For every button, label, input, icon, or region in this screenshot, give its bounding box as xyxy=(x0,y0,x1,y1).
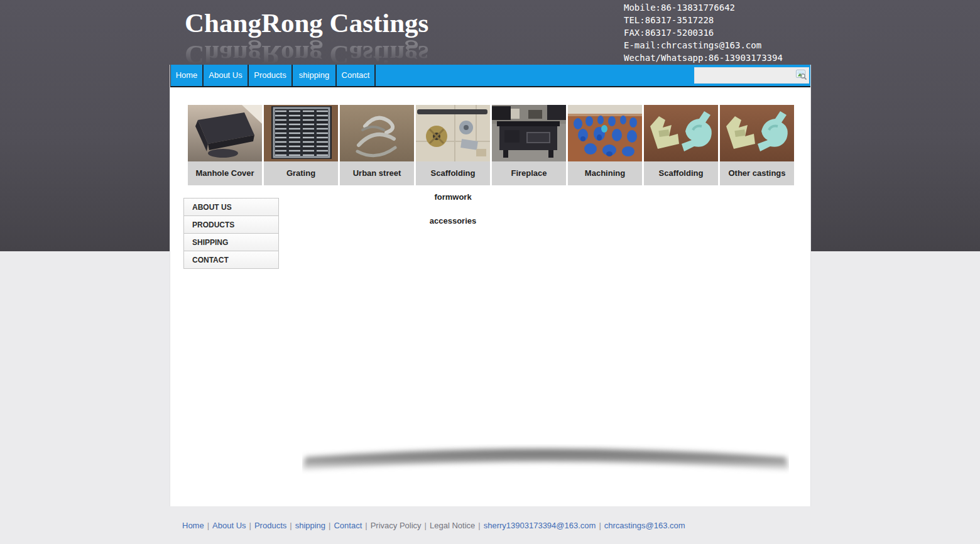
content-column: Home About Us Products shipping Contact xyxy=(170,65,811,506)
footer-separator: | xyxy=(365,521,367,530)
footer: Home|About Us|Products|shipping|Contact|… xyxy=(182,521,685,530)
footer-separator: | xyxy=(478,521,480,530)
footer-link-shipping[interactable]: shipping xyxy=(295,521,325,530)
product-caption: Urban street xyxy=(340,161,414,185)
products-row: Manhole Cover xyxy=(188,105,794,185)
contact-line-fax: FAX:86317-5200316 xyxy=(624,26,783,39)
sidebar-item-products[interactable]: PRODUCTS xyxy=(183,215,279,234)
footer-link-email-sherry[interactable]: sherry13903173394@163.com xyxy=(484,521,596,530)
footer-link-home[interactable]: Home xyxy=(182,521,204,530)
footer-link-products[interactable]: Products xyxy=(254,521,286,530)
nav-item-products[interactable]: Products xyxy=(249,65,293,86)
product-caption: Scaffolding xyxy=(644,161,718,185)
manhole-cover-image xyxy=(188,105,262,161)
product-caption: Other castings xyxy=(720,161,794,185)
contact-info: Mobile:86-13831776642 TEL:86317-3517228 … xyxy=(624,1,783,64)
sidebar-menu: ABOUT US PRODUCTS SHIPPING CONTACT xyxy=(183,198,279,269)
footer-link-privacy-policy[interactable]: Privacy Policy xyxy=(371,521,422,530)
sidebar-item-shipping[interactable]: SHIPPING xyxy=(183,233,279,251)
product-card-scaffolding-formwork[interactable]: Scaffolding formwork accessories xyxy=(416,105,490,185)
grating-image xyxy=(264,105,338,161)
logo[interactable]: ChangRong Castings xyxy=(185,8,428,39)
scaffolding-formwork-image xyxy=(416,105,490,161)
footer-separator: | xyxy=(207,521,209,530)
navbar: Home About Us Products shipping Contact xyxy=(170,65,810,87)
footer-link-about-us[interactable]: About Us xyxy=(212,521,246,530)
nav-item-shipping[interactable]: shipping xyxy=(293,65,337,86)
footer-link-email-chrcastings[interactable]: chrcastings@163.com xyxy=(604,521,685,530)
search-input[interactable] xyxy=(695,68,802,83)
product-caption: Fireplace xyxy=(492,161,566,185)
contact-line-tel: TEL:86317-3517228 xyxy=(624,14,783,26)
product-card-grating[interactable]: Grating xyxy=(264,105,338,185)
footer-separator: | xyxy=(425,521,427,530)
contact-line-wechat: Wechat/Whatsapp:86-13903173394 xyxy=(624,52,783,64)
other-castings-image xyxy=(720,105,794,161)
fireplace-image xyxy=(492,105,566,161)
footer-link-contact[interactable]: Contact xyxy=(334,521,362,530)
urban-street-image xyxy=(340,105,414,161)
product-card-fireplace[interactable]: Fireplace xyxy=(492,105,566,185)
machining-image xyxy=(568,105,642,161)
broken-image-icon[interactable] xyxy=(796,70,807,80)
page: ChangRong Castings ChangRong Castings Mo… xyxy=(0,0,980,544)
footer-separator: | xyxy=(249,521,251,530)
footer-separator: | xyxy=(599,521,601,530)
product-card-manhole-cover[interactable]: Manhole Cover xyxy=(188,105,262,185)
product-caption: Manhole Cover xyxy=(188,161,262,185)
footer-shadow xyxy=(302,444,789,474)
product-caption: Machining xyxy=(568,161,642,185)
sidebar-item-contact[interactable]: CONTACT xyxy=(183,251,279,269)
nav-item-home[interactable]: Home xyxy=(170,65,204,86)
contact-line-email: E-mail:chrcastings@163.com xyxy=(624,39,783,52)
product-card-urban-street[interactable]: Scaffolding formwork accessories Urban s… xyxy=(340,105,414,185)
product-card-machining[interactable]: Machining xyxy=(568,105,642,185)
nav-item-contact[interactable]: Contact xyxy=(337,65,376,86)
contact-line-mobile: Mobile:86-13831776642 xyxy=(624,1,783,14)
sidebar-item-about-us[interactable]: ABOUT US xyxy=(183,198,279,216)
product-caption: Grating xyxy=(264,161,338,185)
product-card-scaffolding[interactable]: Scaffolding xyxy=(644,105,718,185)
footer-separator: | xyxy=(329,521,330,530)
nav-item-about-us[interactable]: About Us xyxy=(204,65,249,86)
product-card-other-castings[interactable]: Other castings xyxy=(720,105,794,185)
search-box xyxy=(694,67,809,84)
scaffolding-clamps-image xyxy=(644,105,718,161)
footer-separator: | xyxy=(290,521,291,530)
footer-link-legal-notice[interactable]: Legal Notice xyxy=(430,521,475,530)
product-caption: Scaffolding formwork accessories xyxy=(416,161,490,185)
